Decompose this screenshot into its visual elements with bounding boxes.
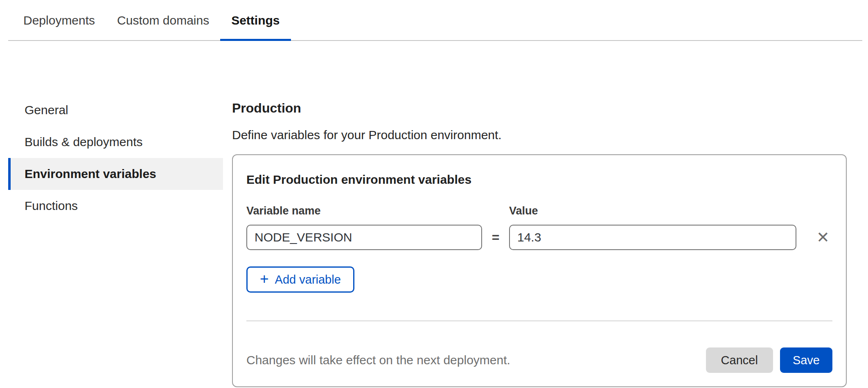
add-variable-button[interactable]: + Add variable (246, 266, 354, 293)
variable-value-label: Value (509, 205, 796, 217)
sidebar-item-environment-variables[interactable]: Environment variables (8, 158, 223, 190)
variable-row: Variable name = Value ✕ (246, 205, 832, 250)
card-heading: Edit Production environment variables (246, 173, 832, 187)
footer-actions: Cancel Save (706, 347, 832, 373)
remove-variable-button[interactable]: ✕ (814, 228, 832, 247)
variable-value-input[interactable] (509, 225, 796, 250)
equals-sign: = (482, 225, 509, 250)
variable-name-input[interactable] (246, 225, 482, 250)
plus-icon: + (260, 271, 269, 286)
footer-note: Changes will take effect on the next dep… (246, 353, 510, 367)
variable-name-label: Variable name (246, 205, 482, 217)
tab-settings[interactable]: Settings (220, 14, 291, 40)
tab-custom-domains[interactable]: Custom domains (106, 14, 220, 40)
sidebar-item-general[interactable]: General (8, 94, 223, 126)
variable-name-field: Variable name (246, 205, 482, 250)
settings-layout: General Builds & deployments Environment… (0, 94, 868, 387)
sidebar-item-functions[interactable]: Functions (8, 190, 223, 222)
card-divider (246, 320, 832, 321)
environment-variables-card: Edit Production environment variables Va… (232, 154, 847, 387)
page-title: Production (232, 101, 847, 116)
tab-deployments[interactable]: Deployments (12, 14, 106, 40)
add-variable-label: Add variable (275, 273, 341, 286)
settings-sidebar: General Builds & deployments Environment… (0, 94, 223, 222)
close-icon: ✕ (816, 229, 830, 246)
main-content: Production Define variables for your Pro… (223, 94, 868, 387)
card-footer: Changes will take effect on the next dep… (246, 347, 832, 386)
cancel-button[interactable]: Cancel (706, 347, 773, 373)
variable-value-field: Value (509, 205, 796, 250)
save-button[interactable]: Save (780, 347, 832, 373)
page-subtitle: Define variables for your Production env… (232, 128, 847, 142)
tab-bar: Deployments Custom domains Settings (8, 0, 862, 41)
sidebar-item-builds-deployments[interactable]: Builds & deployments (8, 126, 223, 158)
